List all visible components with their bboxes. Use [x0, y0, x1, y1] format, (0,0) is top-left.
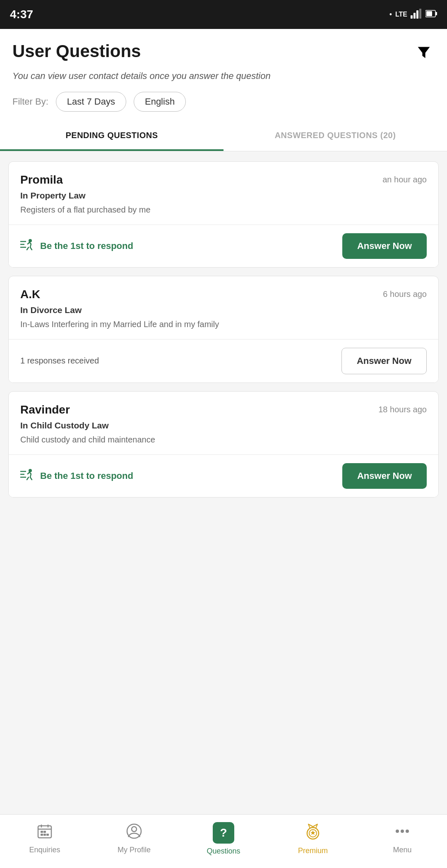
first-respond-1: Be the 1st to respond — [20, 238, 133, 253]
run-icon-3 — [20, 468, 35, 483]
svg-point-15 — [29, 469, 32, 472]
question-body-1: Promila an hour ago In Property Law Regi… — [9, 162, 438, 225]
medal-icon — [304, 823, 322, 843]
nav-label-enquiries: Enquiries — [29, 846, 60, 854]
filter-button[interactable] — [413, 41, 435, 64]
page-title: User Questions — [12, 41, 141, 61]
answer-now-btn-2[interactable]: Answer Now — [341, 348, 427, 374]
law-category-2: In Divorce Law — [20, 305, 427, 315]
question-footer-1: Be the 1st to respond Answer Now — [9, 225, 438, 267]
status-bar: 4:37 • LTE — [0, 0, 447, 29]
signal-dot: • — [389, 10, 392, 19]
battery-icon — [425, 10, 437, 20]
svg-rect-5 — [426, 11, 432, 16]
question-body-2: A.K 6 hours ago In Divorce Law In-Laws I… — [9, 276, 438, 339]
svg-rect-20 — [41, 831, 43, 833]
nav-label-menu: Menu — [393, 846, 411, 854]
first-respond-3: Be the 1st to respond — [20, 468, 133, 483]
lte-badge: LTE — [395, 11, 407, 18]
first-respond-text-1: Be the 1st to respond — [40, 241, 133, 251]
question-footer-2: 1 responses received Answer Now — [9, 339, 438, 383]
question-card-2: A.K 6 hours ago In Divorce Law In-Laws I… — [8, 276, 439, 383]
question-box-icon: ? — [213, 822, 234, 844]
filter-chip-days[interactable]: Last 7 Days — [56, 92, 126, 112]
law-category-1: In Property Law — [20, 191, 427, 201]
svg-rect-24 — [46, 834, 49, 836]
user-name-1: Promila — [20, 173, 63, 187]
question-text-3: Child custody and child maintenance — [20, 434, 427, 445]
questions-list: Promila an hour ago In Property Law Regi… — [0, 151, 447, 814]
nav-label-questions: Questions — [207, 847, 240, 856]
responses-text-2: 1 responses received — [20, 356, 99, 366]
filter-label: Filter By: — [12, 96, 48, 107]
svg-point-11 — [29, 239, 32, 242]
answer-now-btn-1[interactable]: Answer Now — [342, 233, 427, 259]
signal-bars-icon — [411, 9, 422, 21]
svg-rect-1 — [413, 13, 416, 19]
run-icon-1 — [20, 238, 35, 253]
more-icon — [394, 823, 410, 842]
first-respond-text-3: Be the 1st to respond — [40, 471, 133, 481]
time-ago-2: 6 hours ago — [383, 289, 427, 299]
svg-rect-6 — [435, 12, 437, 15]
person-icon — [126, 823, 142, 842]
nav-label-myprofile: My Profile — [118, 846, 151, 854]
status-icons: • LTE — [389, 9, 437, 21]
svg-rect-3 — [419, 9, 421, 19]
nav-myprofile[interactable]: My Profile — [89, 823, 179, 854]
svg-point-26 — [132, 827, 137, 832]
status-time: 4:37 — [10, 8, 33, 21]
question-icon: ? — [213, 822, 234, 844]
filter-chip-language[interactable]: English — [134, 92, 186, 112]
user-name-2: A.K — [20, 288, 40, 301]
svg-rect-22 — [41, 834, 43, 836]
svg-point-31 — [401, 830, 404, 833]
nav-label-premium: Premium — [298, 846, 328, 855]
nav-premium[interactable]: Premium — [268, 823, 358, 855]
filter-row: Filter By: Last 7 Days English — [12, 92, 435, 122]
svg-rect-0 — [411, 15, 413, 19]
bottom-nav: Enquiries My Profile ? Questions Premium — [0, 814, 447, 868]
svg-point-32 — [406, 830, 409, 833]
tabs-bar: PENDING QUESTIONS ANSWERED QUESTIONS (20… — [0, 122, 447, 151]
svg-marker-7 — [418, 47, 430, 58]
svg-rect-23 — [43, 834, 46, 836]
calendar-icon — [37, 823, 53, 842]
nav-menu[interactable]: Menu — [358, 823, 447, 854]
time-ago-3: 18 hours ago — [378, 405, 427, 414]
question-text-1: Registers of a flat purchased by me — [20, 204, 427, 215]
svg-point-30 — [396, 830, 399, 833]
svg-rect-21 — [43, 831, 46, 833]
time-ago-1: an hour ago — [382, 175, 427, 184]
svg-rect-2 — [416, 10, 418, 19]
svg-marker-29 — [310, 830, 315, 835]
question-footer-3: Be the 1st to respond Answer Now — [9, 454, 438, 497]
page-header: User Questions You can view user contact… — [0, 29, 447, 122]
user-name-3: Ravinder — [20, 403, 70, 416]
filter-icon — [416, 45, 431, 60]
law-category-3: In Child Custody Law — [20, 421, 427, 430]
question-body-3: Ravinder 18 hours ago In Child Custody L… — [9, 392, 438, 454]
page-subtitle: You can view user contact details once y… — [12, 70, 435, 83]
answer-now-btn-3[interactable]: Answer Now — [342, 463, 427, 489]
question-card-3: Ravinder 18 hours ago In Child Custody L… — [8, 391, 439, 497]
tab-pending[interactable]: PENDING QUESTIONS — [0, 122, 223, 151]
tab-answered[interactable]: ANSWERED QUESTIONS (20) — [223, 122, 447, 151]
question-card-1: Promila an hour ago In Property Law Regi… — [8, 161, 439, 268]
nav-questions[interactable]: ? Questions — [179, 822, 268, 856]
question-text-2: In-Laws Interfering in my Married Life a… — [20, 318, 427, 330]
nav-enquiries[interactable]: Enquiries — [0, 823, 89, 854]
